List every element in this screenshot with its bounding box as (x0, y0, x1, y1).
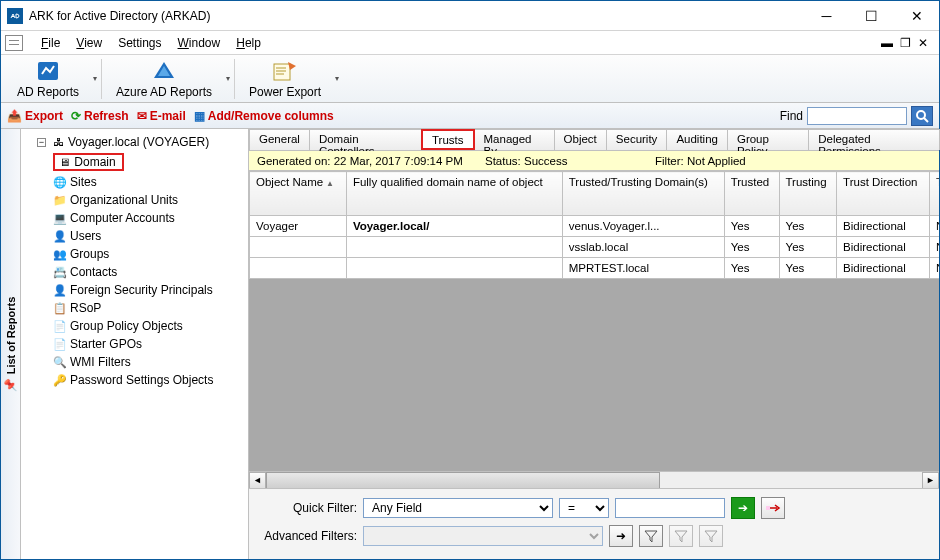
column-header[interactable]: Object Name▲ (250, 172, 347, 216)
filter-funnel-2-button[interactable] (669, 525, 693, 547)
column-header[interactable]: Trusting (779, 172, 837, 216)
reports-side-tab[interactable]: 📌 List of Reports (1, 129, 21, 559)
tree-item-icon: 🖥 (57, 155, 71, 169)
email-button[interactable]: ✉ E-mail (137, 109, 186, 123)
tree-item-sites[interactable]: 🌐Sites (53, 173, 246, 191)
tab-group-policy[interactable]: Group Policy (727, 129, 809, 150)
email-label: E-mail (150, 109, 186, 123)
menu-settings[interactable]: Settings (110, 33, 169, 53)
tree-item-group-policy-objects[interactable]: 📄Group Policy Objects (53, 317, 246, 335)
tree-item-label: Computer Accounts (70, 211, 175, 225)
app-icon (7, 8, 23, 24)
filter-funnel-3-button[interactable] (699, 525, 723, 547)
scroll-thumb[interactable] (266, 472, 660, 489)
tab-security[interactable]: Security (606, 129, 668, 150)
close-button[interactable]: ✕ (894, 1, 939, 30)
mdi-close-button[interactable]: ✕ (915, 36, 931, 50)
tree-item-groups[interactable]: 👥Groups (53, 245, 246, 263)
horizontal-scrollbar[interactable]: ◄ ► (249, 471, 939, 488)
refresh-button[interactable]: ⟳ Refresh (71, 109, 129, 123)
maximize-button[interactable]: ☐ (849, 1, 894, 30)
menu-view[interactable]: View (68, 33, 110, 53)
tree-item-domain[interactable]: 🖥 Domain (53, 151, 246, 173)
find-input[interactable] (807, 107, 907, 125)
scroll-right-button[interactable]: ► (922, 472, 939, 489)
menu-bar: File View Settings Window Help ▬ ❐ ✕ (1, 31, 939, 55)
tab-object[interactable]: Object (554, 129, 607, 150)
export-button[interactable]: 📤 Export (7, 109, 63, 123)
tree-item-computer-accounts[interactable]: 💻Computer Accounts (53, 209, 246, 227)
filter-funnel-button[interactable] (639, 525, 663, 547)
cell: venus.Voyager.l... (562, 216, 724, 237)
power-export-label: Power Export (249, 85, 321, 99)
minimize-button[interactable]: ─ (804, 1, 849, 30)
window-controls: ─ ☐ ✕ (804, 1, 939, 30)
tab-general[interactable]: General (249, 129, 310, 150)
dropdown-arrow-icon[interactable]: ▾ (335, 74, 339, 83)
cell: Voyager (250, 216, 347, 237)
ad-reports-button[interactable]: AD Reports (7, 57, 89, 101)
power-export-button[interactable]: Power Export (239, 57, 331, 101)
cell (250, 258, 347, 279)
column-header[interactable]: Fully qualified domain name of object (346, 172, 562, 216)
tree-item-icon: 📄 (53, 319, 67, 333)
advanced-go-button[interactable]: ➜ (609, 525, 633, 547)
menu-window[interactable]: Window (170, 33, 229, 53)
tree-item-password-settings-objects[interactable]: 🔑Password Settings Objects (53, 371, 246, 389)
tree-item-contacts[interactable]: 📇Contacts (53, 263, 246, 281)
collapse-icon[interactable]: − (37, 138, 46, 147)
tab-delegated-permissions[interactable]: Delegated Permissions (808, 129, 940, 150)
quick-filter-value-input[interactable] (615, 498, 725, 518)
tree-item-label: RSoP (70, 301, 101, 315)
svg-point-5 (917, 111, 925, 119)
column-header[interactable]: Trusted/Trusting Domain(s) (562, 172, 724, 216)
cell: NT 5 (Uplev (930, 216, 939, 237)
generated-on-label: Generated on: 22 Mar, 2017 7:09:14 PM (249, 155, 477, 167)
tab-managed-by[interactable]: Managed By (474, 129, 555, 150)
table-row[interactable]: MPRTEST.localYesYesBidirectionalNT 5 (Up… (250, 258, 940, 279)
advanced-filters-label: Advanced Filters: (261, 529, 357, 543)
menu-help[interactable]: Help (228, 33, 269, 53)
scroll-left-button[interactable]: ◄ (249, 472, 266, 489)
quick-filter-field-select[interactable]: Any Field (363, 498, 553, 518)
menu-file[interactable]: File (33, 33, 68, 53)
tab-domain-controllers[interactable]: Domain Controllers (309, 129, 422, 150)
column-header[interactable]: Trust Direction (837, 172, 930, 216)
dropdown-arrow-icon[interactable]: ▾ (93, 74, 97, 83)
tree-item-starter-gpos[interactable]: 📄Starter GPOs (53, 335, 246, 353)
tab-trusts[interactable]: Trusts (421, 129, 475, 150)
tab-auditing[interactable]: Auditing (666, 129, 728, 150)
clear-filter-button[interactable] (761, 497, 785, 519)
mdi-minimize-button[interactable]: ▬ (879, 36, 895, 50)
azure-icon (150, 59, 178, 83)
quick-filter-op-select[interactable]: = (559, 498, 609, 518)
table-row[interactable]: VoyagerVoyager.local/venus.Voyager.l...Y… (250, 216, 940, 237)
find-button[interactable] (911, 106, 933, 126)
menu-icon[interactable] (5, 35, 23, 51)
tree-item-label: Users (70, 229, 101, 243)
advanced-filter-select[interactable] (363, 526, 603, 546)
scroll-track[interactable] (266, 472, 922, 489)
dropdown-arrow-icon[interactable]: ▾ (226, 74, 230, 83)
mdi-restore-button[interactable]: ❐ (897, 36, 913, 50)
tree-item-icon: 💻 (53, 211, 67, 225)
tree-item-icon: 👤 (53, 229, 67, 243)
column-header[interactable]: Trusted (724, 172, 779, 216)
tree-root[interactable]: − 🖧 Voyager.local (VOYAGER) (37, 133, 246, 151)
cell: MPRTEST.local (562, 258, 724, 279)
tree-item-rsop[interactable]: 📋RSoP (53, 299, 246, 317)
tree-item-organizational-units[interactable]: 📁Organizational Units (53, 191, 246, 209)
column-header[interactable]: Trust Type (930, 172, 939, 216)
cell: Yes (779, 258, 837, 279)
tree-item-users[interactable]: 👤Users (53, 227, 246, 245)
tree-item-label: Foreign Security Principals (70, 283, 213, 297)
apply-filter-button[interactable]: ➔ (731, 497, 755, 519)
tree-item-wmi-filters[interactable]: 🔍WMI Filters (53, 353, 246, 371)
domain-root-icon: 🖧 (51, 135, 65, 149)
tree-item-foreign-security-principals[interactable]: 👤Foreign Security Principals (53, 281, 246, 299)
table-row[interactable]: vsslab.localYesYesBidirectionalNT 5 (Upl… (250, 237, 940, 258)
azure-ad-reports-button[interactable]: Azure AD Reports (106, 57, 222, 101)
status-label: Status: Success (477, 155, 647, 167)
tree-item-label: Group Policy Objects (70, 319, 183, 333)
add-remove-columns-button[interactable]: ▦ Add/Remove columns (194, 109, 334, 123)
